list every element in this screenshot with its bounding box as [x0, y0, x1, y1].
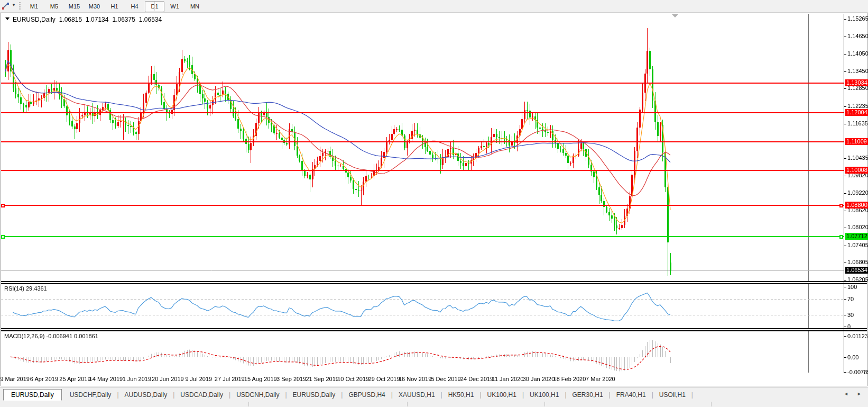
- tab-separator: |: [691, 391, 693, 399]
- rsi-axis-tick: 70: [847, 296, 854, 302]
- toolbar-separator: [154, 2, 155, 11]
- ohlc-close: 1.06534: [139, 16, 162, 23]
- time-axis-label: 15 Aug 2019: [244, 376, 277, 382]
- price-chart-canvas[interactable]: [0, 0, 868, 407]
- time-axis-label: 11 Jan 2020: [492, 376, 524, 382]
- timeframe-button-m5[interactable]: M5: [44, 1, 64, 12]
- timeframe-button-m30[interactable]: M30: [85, 1, 104, 12]
- time-axis-label: 29 Oct 2019: [368, 376, 400, 382]
- level-price-label: 1.07712: [845, 233, 868, 240]
- macd-indicator-label: MACD(12,26,9) -0.006941 0.001861: [4, 333, 98, 339]
- price-axis-tick: 1.07405: [847, 242, 868, 248]
- macd-axis-tick: 0.00: [847, 354, 858, 360]
- chart-tab-hk50-h1[interactable]: HK50,H1: [442, 390, 480, 400]
- price-axis-tick: 1.14650: [847, 33, 868, 39]
- price-axis-tick: 1.14050: [847, 50, 868, 57]
- time-axis-label: 24 Dec 2019: [460, 376, 493, 382]
- time-axis-label: 30 Jan 2020: [523, 376, 555, 382]
- time-axis-label: 25 Apr 2019: [59, 376, 90, 382]
- macd-main-value: -0.006941: [46, 333, 72, 339]
- timeframe-buttons: M1M5M15M30H1H4D1W1MN: [24, 1, 205, 11]
- current-price-label: 1.06534: [845, 267, 868, 274]
- symbol-caret-icon[interactable]: [5, 17, 10, 20]
- macd-axis-tick: 0.011232: [847, 333, 868, 339]
- time-axis-label: 10 Oct 2019: [337, 376, 369, 382]
- level-price-label: 1.12004: [845, 109, 868, 116]
- status-bar-divider: [248, 402, 249, 406]
- rsi-value: 29.4361: [26, 285, 47, 292]
- time-axis-label: 20 Jun 2019: [152, 376, 184, 382]
- time-axis-label: 5 Dec 2019: [431, 376, 460, 382]
- price-axis-tick: 1.09220: [847, 189, 868, 196]
- chart-tab-audusd-daily[interactable]: AUDUSD,Daily: [119, 390, 173, 400]
- time-axis-label: 3 Sep 2019: [276, 376, 306, 382]
- price-axis-tick: 1.06205: [847, 276, 868, 283]
- time-axis-label: 1 Jun 2019: [123, 376, 151, 382]
- chart-tab-usdcad-daily[interactable]: USDCAD,Daily: [174, 390, 229, 400]
- chart-tab-xauusd-h1[interactable]: XAUUSD,H1: [393, 390, 441, 400]
- rsi-axis-tick: 30: [847, 312, 854, 318]
- rsi-indicator-label: RSI(14) 29.4361: [4, 285, 47, 292]
- tool-dropdown-caret-icon[interactable]: ▾: [11, 2, 16, 7]
- chart-tab-eurusd-daily[interactable]: EURUSD,Daily: [287, 390, 341, 400]
- price-axis-tick: 1.08020: [847, 224, 868, 230]
- price-axis-tick: 1.11635: [847, 120, 868, 126]
- ohlc-high: 1.07134: [86, 16, 108, 23]
- chart-tab-ger30-h1[interactable]: GER30,H1: [567, 390, 609, 400]
- status-bar-divider: [711, 402, 712, 406]
- price-axis-tick: 1.13450: [847, 68, 868, 74]
- chart-title: EURUSD,Daily1.068151.071341.063751.06534: [13, 16, 162, 23]
- timeframe-button-m15[interactable]: M15: [64, 1, 84, 12]
- timeframe-button-m1[interactable]: M1: [24, 1, 44, 12]
- macd-signal-value: 0.001861: [74, 333, 98, 339]
- chart-tab-usoil-h1[interactable]: USOil,H1: [653, 390, 691, 400]
- chart-title-symbol: EURUSD,Daily: [13, 16, 56, 23]
- chart-tab-usdcnh-daily[interactable]: USDCNH,Daily: [230, 390, 285, 400]
- status-bar: [0, 401, 868, 407]
- rsi-axis-tick: 0: [847, 323, 851, 330]
- status-bar-divider: [407, 402, 408, 406]
- chart-tab-uk100-h1[interactable]: UK100,H1: [524, 390, 565, 400]
- chart-tab-bar: EURUSD,DailyUSDCHF,Daily|AUDUSD,Daily|US…: [0, 387, 868, 402]
- tab-scroll-left-icon[interactable]: ◄: [844, 391, 848, 396]
- timeframe-button-h4[interactable]: H4: [125, 1, 144, 12]
- macd-name: MACD(12,26,9): [4, 333, 44, 339]
- ohlc-open: 1.06815: [59, 16, 82, 23]
- tab-scroll-right-icon[interactable]: ►: [857, 391, 862, 396]
- level-price-label: 1.11009: [845, 138, 868, 145]
- rsi-axis-tick: 100: [847, 284, 857, 290]
- level-price-label: 1.08800: [845, 202, 868, 209]
- toolbar-grip[interactable]: [19, 2, 21, 10]
- price-axis-tick: 1.12235: [847, 103, 868, 109]
- price-axis-tick: 1.10435: [847, 155, 868, 161]
- macd-axis-tick: -0.007894: [847, 369, 868, 375]
- chart-tab-eurusd-daily[interactable]: EURUSD,Daily: [3, 389, 62, 401]
- crosshair-tool-icon[interactable]: [1, 2, 10, 10]
- timeframe-button-w1[interactable]: W1: [165, 1, 184, 12]
- timeframe-button-mn[interactable]: MN: [185, 1, 205, 12]
- time-axis-label: 6 Apr 2019: [30, 376, 58, 382]
- time-axis-label: 14 May 2019: [89, 376, 123, 382]
- chart-tabs: EURUSD,DailyUSDCHF,Daily|AUDUSD,Daily|US…: [3, 389, 693, 401]
- timeframe-button-h1[interactable]: H1: [105, 1, 124, 12]
- chart-tab-usdchf-daily[interactable]: USDCHF,Daily: [64, 390, 117, 400]
- ohlc-low: 1.06375: [112, 16, 135, 23]
- toolbar: ▾ M1M5M15M30H1H4D1W1MN: [0, 0, 868, 13]
- time-axis-label: 7 Mar 2020: [586, 376, 615, 382]
- chart-tab-uk100-h1[interactable]: UK100,H1: [482, 390, 522, 400]
- status-bar-divider: [544, 402, 545, 406]
- time-axis-label: 18 Feb 2020: [553, 376, 586, 382]
- mt4-window: ▾ M1M5M15M30H1H4D1W1MN EURUSD,Daily1.068…: [0, 0, 868, 407]
- rsi-name: RSI(14): [4, 285, 24, 292]
- price-axis-tick: 1.06805: [847, 259, 868, 265]
- level-price-label: 1.10008: [845, 167, 868, 174]
- time-axis-label: 19 Mar 2019: [0, 376, 30, 382]
- time-axis-label: 16 Nov 2019: [399, 376, 431, 382]
- time-axis-label: 21 Sep 2019: [306, 376, 338, 382]
- time-axis-label: 9 Jul 2019: [185, 376, 212, 382]
- chart-tab-fra40-h1[interactable]: FRA40,H1: [611, 390, 652, 400]
- level-price-label: 1.13034: [845, 79, 868, 86]
- price-axis-tick: 1.15265: [847, 15, 868, 22]
- chart-tab-gbpusd-h4[interactable]: GBPUSD,H4: [343, 390, 391, 400]
- time-axis-label: 27 Jul 2019: [215, 376, 245, 382]
